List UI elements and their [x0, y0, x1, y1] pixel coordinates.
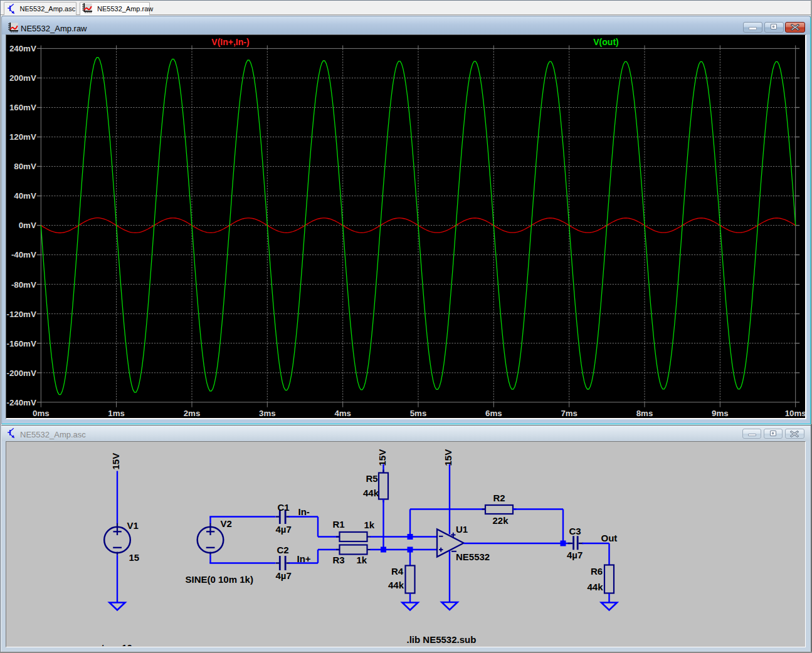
svg-text:-240mV: -240mV [6, 398, 36, 407]
svg-text:V1: V1 [127, 520, 139, 531]
svg-text:4µ7: 4µ7 [276, 524, 292, 535]
svg-text:U1: U1 [456, 524, 468, 535]
svg-text:Out: Out [601, 533, 618, 543]
svg-text:0mV: 0mV [19, 221, 36, 230]
svg-text:44k: 44k [363, 488, 379, 498]
svg-text:R6: R6 [591, 566, 603, 577]
svg-text:4µ7: 4µ7 [276, 570, 292, 581]
svg-text:15V: 15V [443, 449, 453, 466]
svg-text:V(out): V(out) [593, 37, 618, 47]
svg-text:SINE(0 10m 1k): SINE(0 10m 1k) [186, 574, 253, 585]
svg-text:R2: R2 [493, 493, 505, 503]
svg-text:R4: R4 [391, 566, 404, 577]
svg-text:3ms: 3ms [259, 409, 276, 418]
svg-text:-40mV: -40mV [11, 250, 36, 259]
svg-text:.lib NE5532.sub: .lib NE5532.sub [407, 634, 477, 645]
svg-text:10ms: 10ms [785, 409, 806, 418]
svg-text:15V: 15V [110, 453, 121, 470]
svg-text:15V: 15V [377, 449, 388, 466]
svg-text:V2: V2 [221, 518, 232, 529]
svg-text:160mV: 160mV [9, 103, 36, 112]
svg-text:C1: C1 [278, 502, 290, 513]
svg-text:.tran 10ms: .tran 10ms [99, 642, 146, 646]
svg-text:1k: 1k [357, 555, 367, 565]
svg-text:80mV: 80mV [14, 162, 36, 171]
svg-text:-200mV: -200mV [6, 368, 36, 378]
svg-text:C2: C2 [277, 545, 289, 555]
svg-text:5ms: 5ms [410, 409, 427, 418]
svg-text:-80mV: -80mV [11, 280, 36, 290]
svg-text:40mV: 40mV [14, 191, 36, 201]
svg-text:44k: 44k [388, 580, 404, 590]
svg-text:-120mV: -120mV [6, 310, 36, 319]
svg-text:9ms: 9ms [712, 409, 729, 418]
svg-text:15: 15 [129, 552, 140, 563]
svg-text:0ms: 0ms [33, 409, 50, 418]
svg-text:V(In+,In-): V(In+,In-) [211, 37, 249, 47]
svg-text:-160mV: -160mV [6, 339, 36, 348]
svg-text:7ms: 7ms [561, 409, 577, 418]
svg-text:R5: R5 [366, 473, 378, 484]
svg-text:200mV: 200mV [9, 73, 36, 83]
svg-text:1ms: 1ms [108, 409, 125, 418]
svg-text:120mV: 120mV [9, 132, 36, 142]
svg-text:1k: 1k [364, 520, 375, 530]
svg-text:2ms: 2ms [184, 409, 201, 418]
svg-text:In+: In+ [297, 553, 311, 564]
svg-text:4µ7: 4µ7 [567, 550, 583, 560]
svg-text:C3: C3 [569, 526, 581, 536]
svg-text:R3: R3 [333, 555, 345, 565]
svg-text:6ms: 6ms [485, 409, 502, 418]
svg-text:22k: 22k [493, 515, 509, 526]
svg-text:R1: R1 [333, 519, 345, 530]
svg-text:In-: In- [298, 506, 310, 517]
svg-text:4ms: 4ms [334, 409, 351, 418]
svg-text:8ms: 8ms [636, 409, 653, 418]
svg-text:240mV: 240mV [9, 44, 36, 53]
svg-text:NE5532: NE5532 [456, 551, 490, 562]
svg-text:44k: 44k [588, 582, 604, 592]
